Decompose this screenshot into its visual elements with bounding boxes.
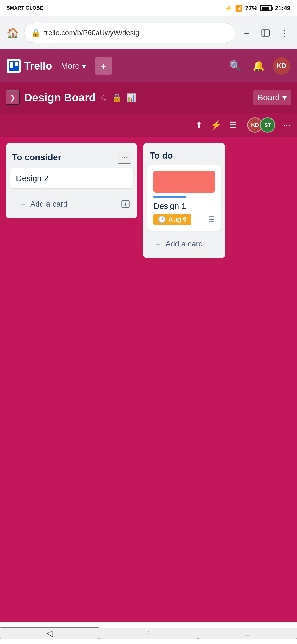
browser-security-icon: 🔒 bbox=[31, 28, 41, 37]
status-bar-right: ⚡ 📶 77% 21:49 bbox=[225, 5, 290, 12]
nav-recents-btn[interactable]: □ bbox=[198, 628, 297, 639]
list-menu-btn-to-consider[interactable]: ··· bbox=[118, 151, 131, 164]
home-icon: ○ bbox=[146, 628, 151, 638]
svg-rect-3 bbox=[10, 62, 13, 68]
trello-user-avatar[interactable]: KD bbox=[273, 57, 290, 75]
trello-logo: Trello bbox=[7, 59, 52, 73]
board-lock-icon[interactable]: 🔒 bbox=[112, 93, 122, 102]
task-card-cover bbox=[153, 171, 215, 193]
task-card-title-design2: Design 2 bbox=[16, 174, 48, 183]
bluetooth-icon: ⚡ bbox=[225, 5, 232, 12]
trello-nav: Trello More ▾ ＋ 🔍 🔔 KD bbox=[0, 49, 297, 82]
battery-icon bbox=[260, 5, 272, 11]
board-view-btn[interactable]: Board ▾ bbox=[253, 90, 292, 105]
chevron-right-icon: ❯ bbox=[10, 93, 16, 102]
trello-more-chevron: ▾ bbox=[82, 61, 86, 71]
add-card-btn-to-consider[interactable]: ＋ Add a card bbox=[12, 194, 120, 214]
browser-bar: 🏠 🔒 trello.com/b/P60aUwyW/desig ＋ ⋮ bbox=[0, 16, 297, 49]
trello-add-btn[interactable]: ＋ bbox=[95, 57, 112, 75]
browser-home-icon[interactable]: 🏠 bbox=[6, 26, 20, 40]
board-title: Design Board bbox=[24, 91, 96, 104]
battery-percent: 77% bbox=[245, 5, 257, 12]
trello-avatar-initials: KD bbox=[277, 62, 287, 70]
board-toolbar: ⬆ ⚡ ☰ KD ST ··· bbox=[0, 113, 297, 137]
list-title-to-do: To do bbox=[150, 151, 173, 161]
task-desc-icon: ☰ bbox=[208, 215, 215, 224]
board-content: To consider ··· Design 2 ＋ Add a card bbox=[0, 137, 297, 622]
member-avatar-st[interactable]: ST bbox=[260, 117, 275, 133]
list-header-to-do: To do bbox=[143, 143, 226, 165]
avatar-kd-initials: KD bbox=[251, 122, 259, 128]
trello-bell-icon[interactable]: 🔔 bbox=[250, 57, 267, 75]
list-body-to-consider: Design 2 ＋ Add a card bbox=[6, 168, 138, 218]
browser-url-text: trello.com/b/P60aUwyW/desig bbox=[44, 29, 229, 37]
trello-more-btn[interactable]: More ▾ bbox=[57, 59, 89, 73]
board-header: ❯ Design Board ☆ 🔒 📊 Board ▾ bbox=[0, 82, 297, 113]
board-analytics-icon: 📊 bbox=[127, 93, 136, 102]
avatar-st-initials: ST bbox=[264, 122, 271, 128]
trello-logo-text: Trello bbox=[24, 60, 52, 72]
due-date-label: Aug 9 bbox=[168, 216, 187, 223]
send-icon[interactable]: ⬆ bbox=[196, 120, 203, 130]
add-card-label-to-consider: Add a card bbox=[30, 200, 67, 209]
list-header-to-consider: To consider ··· bbox=[6, 143, 138, 168]
list-to-consider: To consider ··· Design 2 ＋ Add a card bbox=[6, 143, 138, 218]
svg-rect-0 bbox=[262, 30, 270, 36]
task-due-badge[interactable]: 🕐 Aug 9 bbox=[153, 214, 191, 225]
list-title-to-consider: To consider bbox=[12, 152, 61, 162]
board-view-chevron: ▾ bbox=[282, 93, 287, 102]
task-card-title-design1: Design 1 bbox=[153, 201, 186, 210]
time-display: 21:49 bbox=[275, 5, 290, 12]
browser-url-bar[interactable]: 🔒 trello.com/b/P60aUwyW/desig bbox=[24, 23, 235, 43]
add-card-btn-to-do[interactable]: ＋ Add a card bbox=[147, 234, 221, 254]
list-body-to-do: Design 1 🕐 Aug 9 ☰ ＋ Add a card bbox=[143, 165, 226, 258]
svg-rect-4 bbox=[15, 62, 18, 66]
trello-logo-icon bbox=[7, 59, 21, 73]
nav-home-btn[interactable]: ○ bbox=[99, 628, 198, 639]
browser-new-tab-btn[interactable]: ＋ bbox=[240, 26, 254, 40]
toolbar-more-icon[interactable]: ··· bbox=[283, 120, 290, 130]
trello-more-label: More bbox=[61, 61, 79, 71]
list-to-do: To do Design 1 🕐 Aug 9 ☰ ＋ Add a card bbox=[143, 143, 226, 258]
task-card-footer: 🕐 Aug 9 ☰ bbox=[153, 214, 215, 225]
add-icon: ＋ bbox=[19, 198, 27, 210]
member-avatars: KD ST bbox=[247, 117, 275, 133]
filter-icon[interactable]: ☰ bbox=[229, 120, 237, 130]
carrier-text: SMART GLOBE bbox=[7, 5, 43, 11]
browser-menu-btn[interactable]: ⋮ bbox=[277, 26, 292, 40]
nav-back-btn[interactable]: ◁ bbox=[0, 627, 99, 639]
add-icon-todo: ＋ bbox=[154, 238, 162, 249]
task-card-design2[interactable]: Design 2 bbox=[10, 168, 133, 188]
flash-icon[interactable]: ⚡ bbox=[211, 120, 222, 130]
trello-search-btn[interactable]: 🔍 bbox=[227, 57, 244, 75]
clock-icon: 🕐 bbox=[158, 216, 166, 223]
list-media-icon[interactable] bbox=[120, 198, 131, 210]
signal-icon: 📶 bbox=[235, 5, 243, 12]
board-expand-btn[interactable]: ❯ bbox=[6, 90, 20, 105]
add-card-label-to-do: Add a card bbox=[166, 240, 203, 248]
back-icon: ◁ bbox=[46, 628, 53, 638]
status-bar: SMART GLOBE ⚡ 📶 77% 21:49 bbox=[0, 0, 297, 16]
task-card-design1[interactable]: Design 1 🕐 Aug 9 ☰ bbox=[147, 165, 221, 231]
board-view-label: Board bbox=[258, 93, 280, 102]
browser-actions: ＋ ⋮ bbox=[240, 26, 292, 40]
nav-bar: ◁ ○ □ bbox=[0, 622, 297, 644]
task-card-progress-bar bbox=[153, 196, 186, 198]
recents-icon: □ bbox=[245, 628, 250, 638]
board-star-icon[interactable]: ☆ bbox=[100, 93, 108, 102]
browser-tabs-btn[interactable] bbox=[258, 26, 273, 40]
carrier-info: SMART GLOBE bbox=[7, 5, 43, 11]
